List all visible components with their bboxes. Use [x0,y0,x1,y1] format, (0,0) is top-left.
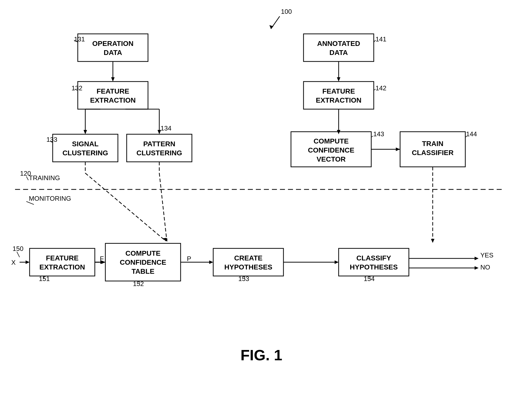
annotated-data-label-2: DATA [329,49,348,56]
operation-data-label-1: OPERATION [92,40,133,47]
classify-hypotheses-label-2: HYPOTHESES [350,263,398,271]
feature-extraction-151-label-2: EXTRACTION [39,263,85,271]
classify-hypotheses-box [339,248,409,276]
pattern-clustering-label-1: PATTERN [143,140,175,148]
svg-marker-7 [337,77,340,82]
train-classifier-label-2: CLASSIFIER [412,149,454,157]
operation-data-label-2: DATA [104,49,122,56]
ref-141: 141 [376,35,386,43]
annotated-data-box [304,34,374,61]
train-classifier-label-1: TRAIN [422,140,443,148]
signal-clustering-label-1: SIGNAL [72,140,99,148]
feature-extraction-151-box [30,248,95,276]
pattern-clustering-label-2: CLUSTERING [136,149,182,157]
figure-caption: FIG. 1 [241,347,282,364]
signal-clustering-box [53,134,118,162]
ref-150: 150 [13,245,23,252]
compute-confidence-table-label-3: TABLE [131,267,154,275]
ref-154: 154 [364,275,375,283]
svg-line-29 [159,173,167,241]
ref-131: 131 [74,35,85,43]
svg-marker-22 [396,148,400,151]
svg-line-33 [17,252,20,257]
compute-confidence-table-label-2: CONFIDENCE [120,258,166,266]
compute-confidence-table-label-1: COMPUTE [125,249,161,257]
signal-clustering-label-2: CLUSTERING [62,149,108,157]
label-yes: YES [480,251,493,259]
ref-152: 152 [133,280,144,288]
feature-extraction-132-box [78,82,148,109]
feature-extraction-132-label-2: EXTRACTION [90,96,136,104]
operation-data-box [78,34,148,61]
create-hypotheses-box [213,248,283,276]
create-hypotheses-label-1: CREATE [234,254,262,262]
feature-extraction-142-label-1: FEATURE [322,87,355,95]
svg-line-26 [85,173,166,241]
classify-hypotheses-label-1: CLASSIFY [356,254,391,262]
feature-extraction-142-label-2: EXTRACTION [316,96,361,104]
ref-151: 151 [39,275,50,283]
feature-extraction-151-label-1: FEATURE [46,254,79,262]
monitoring-label: MONITORING [29,195,71,202]
ref-120: 120 [20,170,31,177]
create-hypotheses-label-2: HYPOTHESES [224,263,272,271]
label-p: P [187,255,191,262]
ref-100: 100 [281,8,292,15]
svg-marker-52 [475,266,479,270]
compute-confidence-vector-label-2: CONFIDENCE [308,146,354,154]
svg-marker-32 [431,239,434,243]
svg-marker-44 [209,260,213,264]
ref-132: 132 [71,84,82,92]
feature-extraction-142-box [304,82,374,109]
label-x: X [11,259,16,266]
ref-153: 153 [238,275,249,283]
diagram-container: 100 OPERATION DATA 131 ANNOTATED DATA 14… [0,0,523,420]
svg-marker-50 [475,257,479,260]
compute-confidence-vector-label-3: VECTOR [317,155,346,163]
training-label: TRAINING [29,174,60,182]
svg-marker-35 [26,260,30,264]
annotated-data-label-1: ANNOTATED [317,40,360,47]
ref-144: 144 [466,130,477,138]
svg-marker-5 [111,77,115,82]
ref-134: 134 [161,124,171,132]
pattern-clustering-box [127,134,192,162]
svg-marker-47 [335,260,339,264]
compute-confidence-vector-label-1: COMPUTE [314,137,349,145]
feature-extraction-132-label-1: FEATURE [97,87,129,95]
ref-142: 142 [376,84,386,92]
svg-marker-12 [84,130,87,134]
label-no: NO [480,263,490,271]
ref-143: 143 [373,130,384,138]
